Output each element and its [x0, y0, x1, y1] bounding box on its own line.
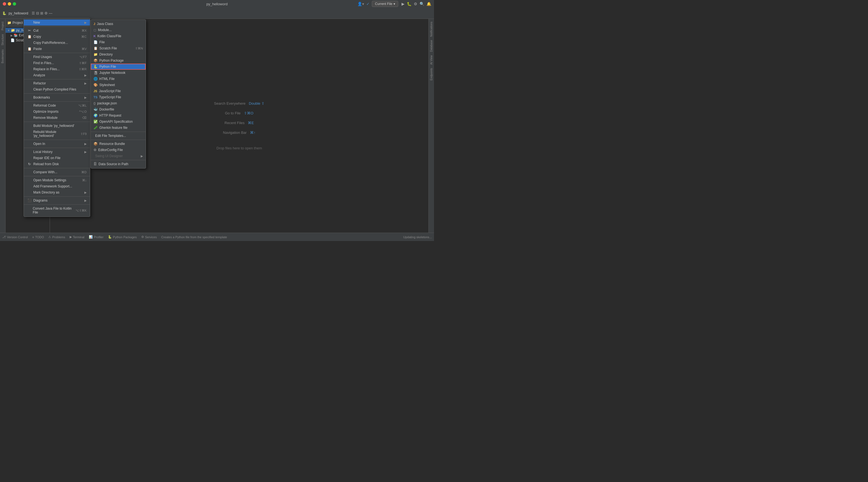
submenu-item-package-json[interactable]: {} package.json — [91, 100, 146, 106]
settings-icon[interactable]: ⚙ — [414, 2, 417, 6]
profile-icon[interactable]: 👤▾ — [358, 2, 364, 6]
current-file-label: Current File — [375, 2, 392, 6]
menu-item-mark-directory[interactable]: Mark Directory as ▶ — [24, 189, 90, 195]
status-python-packages[interactable]: 🐍 Python Packages — [108, 235, 137, 239]
menu-item-repair-ide[interactable]: Repair IDE on File — [24, 155, 90, 161]
submenu-item-data-source[interactable]: 🗄 Data Source in Path — [91, 161, 146, 167]
menu-item-remove-module[interactable]: Remove Module ⌫ — [24, 115, 90, 121]
structure-icon[interactable]: ☰ — [32, 11, 35, 15]
menu-item-analyze[interactable]: Analyze ▶ — [24, 72, 90, 78]
submenu-item-resource-bundle[interactable]: 📦 Resource Bundle — [91, 141, 146, 147]
sidebar-item-aiview[interactable]: AI View — [430, 54, 433, 66]
sidebar-item-endpoints[interactable]: Endpoints — [430, 66, 433, 82]
menu-item-label: Find Usages — [33, 55, 52, 59]
status-profiler[interactable]: 📊 Profiler — [89, 235, 103, 239]
submenu-item-python-file[interactable]: 🐍 Python File — [91, 64, 146, 70]
menu-item-add-framework[interactable]: Add Framework Support... — [24, 183, 90, 189]
vcs-icon: ⎇ — [2, 235, 6, 239]
menu-item-copy[interactable]: 📋 Copy ⌘C — [24, 34, 90, 40]
submenu-item-file[interactable]: 📄 File — [91, 39, 146, 45]
sidebar-item-notifications[interactable]: Notifications — [430, 20, 433, 38]
minus-icon[interactable]: — — [49, 11, 53, 15]
menu-item-label: New — [33, 21, 40, 24]
maximize-button[interactable] — [13, 2, 16, 5]
run-icon[interactable]: ▶ — [402, 2, 405, 6]
status-terminal[interactable]: ▶ Terminal — [70, 235, 85, 239]
diff-icon[interactable]: ⊞ — [40, 11, 43, 15]
menu-item-label: Analyze — [33, 73, 45, 77]
update-icon[interactable]: 🔔 — [427, 2, 431, 6]
status-problems[interactable]: ⚠ Problems — [48, 235, 65, 239]
menu-item-replace-in-files[interactable]: Replace in Files... ⇧⌘R — [24, 66, 90, 72]
menu-item-copy-path[interactable]: Copy Path/Reference... — [24, 40, 90, 46]
sidebar-item-database[interactable]: Database — [430, 38, 433, 54]
status-todo[interactable]: ≡ TODO — [32, 236, 44, 239]
status-version-control[interactable]: ⎇ Version Control — [2, 235, 28, 239]
submenu-item-dockerfile[interactable]: 🐳 Dockerfile — [91, 106, 146, 113]
menu-item-diagrams[interactable]: ⬛ Diagrams ▶ — [24, 198, 90, 204]
menu-item-paste[interactable]: 📋 Paste ⌘V — [24, 46, 90, 52]
menu-item-refactor[interactable]: Refactor ▶ — [24, 80, 90, 86]
menu-item-open-module-settings[interactable]: Open Module Settings ⌘↓ — [24, 177, 90, 183]
menu-item-find-usages[interactable]: Find Usages ⌥F7 — [24, 54, 90, 60]
menu-item-find-in-files[interactable]: Find in Files... ⇧⌘F — [24, 60, 90, 66]
submenu-item-java-class[interactable]: J Java Class — [91, 21, 146, 27]
menu-item-bookmarks[interactable]: Bookmarks ▶ — [24, 94, 90, 100]
menu-item-clean-python[interactable]: Clean Python Compiled Files — [24, 86, 90, 92]
submenu-item-kotlin[interactable]: K Kotlin Class/File — [91, 33, 146, 39]
submenu-item-directory[interactable]: 📁 Directory — [91, 51, 146, 58]
gear-icon[interactable]: ⚙ — [44, 11, 48, 15]
submenu-item-stylesheet[interactable]: 🎨 Stylesheet — [91, 82, 146, 88]
json-icon: {} — [94, 101, 95, 105]
project-icon: 📁 — [7, 21, 11, 25]
menu-item-reformat[interactable]: Reformat Code ⌥⌘L — [24, 102, 90, 109]
submenu-item-editorconfig[interactable]: ⚙ EditorConfig File — [91, 147, 146, 153]
profiler-icon: 📊 — [89, 235, 93, 239]
menu-item-build-module[interactable]: Build Module 'py_helloword' — [24, 123, 90, 129]
current-file-button[interactable]: Current File ▾ — [372, 1, 398, 7]
submenu-item-label: Scratch File — [99, 47, 117, 50]
submenu-separator-2 — [91, 140, 146, 140]
submenu-item-javascript[interactable]: JS JavaScript File — [91, 88, 146, 94]
right-sidebar: Notifications Database AI View Endpoints — [429, 19, 434, 233]
recent-files-hint: Recent Files ⌘E — [224, 121, 254, 125]
submenu-item-jupyter[interactable]: 📓 Jupyter Notebook — [91, 70, 146, 76]
vcs-icon[interactable]: ✓ — [366, 2, 370, 6]
submenu-item-scratch-file[interactable]: 📋 Scratch File ⇧⌘N — [91, 45, 146, 51]
shortcut-label: ⌘C — [81, 35, 87, 38]
submenu-item-swing-ui: Swing UI Designer ▶ — [91, 153, 146, 159]
sidebar-item-project[interactable]: Project — [1, 20, 4, 32]
menu-item-new[interactable]: New ▶ J Java Class ◻ Module... K Kotlin … — [24, 20, 90, 26]
menu-item-rebuild-module[interactable]: Rebuild Module 'py_helloword' ⇧F9 — [24, 129, 90, 139]
submenu-item-html[interactable]: 🌐 HTML File — [91, 76, 146, 82]
status-services[interactable]: ⚙ Services — [141, 235, 157, 239]
menu-item-optimize-imports[interactable]: Optimize Imports ^⌥O — [24, 109, 90, 115]
sidebar-item-bookmarks[interactable]: Bookmarks — [1, 48, 4, 65]
minimize-button[interactable] — [8, 2, 11, 5]
submenu-item-openapi[interactable]: ✅ OpenAPI Specification — [91, 119, 146, 125]
menu-item-reload[interactable]: ↻ Reload from Disk — [24, 161, 90, 167]
submenu-item-typescript[interactable]: TS TypeScript File — [91, 94, 146, 100]
search-icon[interactable]: 🔍 — [420, 2, 424, 6]
sidebar-item-structure[interactable]: Structure — [1, 32, 4, 47]
goto-file-text: Go to File — [225, 111, 241, 115]
menu-item-label: Paste — [33, 47, 42, 51]
menu-item-cut[interactable]: ✂ Cut ⌘X — [24, 28, 90, 34]
menu-item-local-history[interactable]: Local History ▶ — [24, 149, 90, 155]
debug-icon[interactable]: 🐛 — [407, 2, 411, 6]
menu-item-convert-java[interactable]: Convert Java File to Kotlin File ⌥⇧⌘K — [24, 206, 90, 215]
list-icon[interactable]: ⊟ — [36, 11, 39, 15]
submenu-item-http-request[interactable]: 🌍 HTTP Request — [91, 113, 146, 119]
project-name: py_helloword — [9, 11, 28, 15]
submenu-item-edit-templates[interactable]: Edit File Templates... — [91, 133, 146, 139]
submenu-item-label: HTML File — [99, 77, 115, 81]
close-button[interactable] — [3, 2, 6, 5]
menu-item-label: Copy — [33, 35, 41, 38]
menu-separator-7 — [24, 140, 90, 140]
menu-item-compare-with[interactable]: Compare With... ⌘D — [24, 169, 90, 175]
menu-item-open-in[interactable]: Open In ▶ — [24, 141, 90, 147]
status-bar: ⎇ Version Control ≡ TODO ⚠ Problems ▶ Te… — [0, 233, 434, 241]
submenu-item-module[interactable]: ◻ Module... — [91, 27, 146, 33]
submenu-item-gherkin[interactable]: 🥒 Gherkin feature file — [91, 125, 146, 131]
submenu-item-python-package[interactable]: 📦 Python Package — [91, 58, 146, 64]
